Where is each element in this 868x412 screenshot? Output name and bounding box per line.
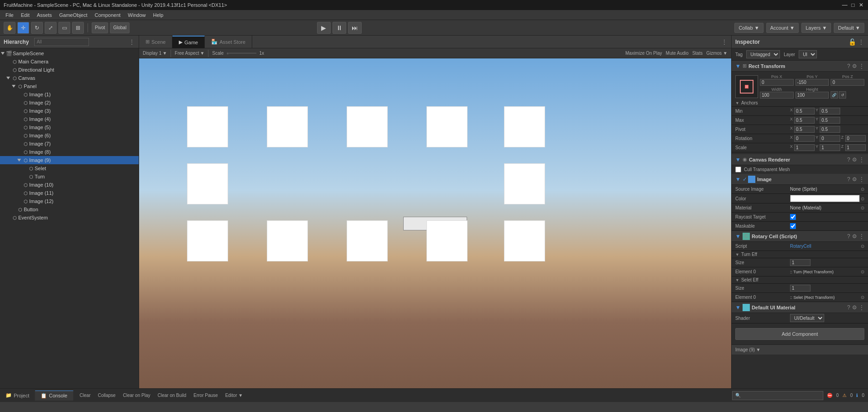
script-pick-icon[interactable]: ⊙ [861, 244, 864, 249]
layer-dropdown[interactable]: UI [799, 50, 817, 58]
anchors-min-x-input[interactable] [794, 108, 815, 115]
selet-eff-header[interactable]: ▼ Selet Eff [732, 276, 868, 284]
console-tab[interactable]: 📋 Console [35, 391, 73, 401]
material-pick-icon[interactable]: ⊙ [861, 205, 864, 210]
clear-on-play-button[interactable]: Clear on Play [120, 392, 153, 399]
menu-edit[interactable]: Edit [17, 11, 33, 19]
rot-z-input[interactable] [845, 135, 866, 142]
hierarchy-item-image7[interactable]: ⬡Image (7) [0, 140, 139, 148]
hierarchy-item-image6[interactable]: ⬡Image (6) [0, 131, 139, 140]
hierarchy-item-selet[interactable]: ⬡Selet [0, 164, 139, 172]
account-button[interactable]: Account ▼ [766, 23, 799, 33]
scene-tab-game[interactable]: ▶ Game [172, 36, 205, 48]
pivot-x-input[interactable] [794, 126, 815, 133]
hierarchy-item-image10[interactable]: ⬡Image (10) [0, 181, 139, 189]
image-overflow-icon[interactable]: ⋮ [859, 176, 864, 183]
image-settings-icon[interactable]: ⚙ [852, 176, 857, 183]
scale-y-input[interactable] [820, 144, 840, 151]
inspector-lock-icon[interactable]: 🔓 [848, 38, 856, 46]
add-component-button[interactable]: Add Component [735, 328, 864, 340]
height-input[interactable] [795, 92, 829, 99]
transform-tool-button[interactable]: ⊞ [72, 22, 84, 34]
anchors-max-x-input[interactable] [794, 117, 815, 124]
color-pick-icon[interactable]: ⊙ [861, 196, 864, 201]
hierarchy-item-image8[interactable]: ⬡Image (8) [0, 148, 139, 156]
tag-dropdown[interactable]: Untagged [746, 50, 780, 58]
rect-transform-settings-icon[interactable]: ⚙ [852, 63, 857, 69]
console-search-input[interactable] [732, 391, 823, 400]
collapse-button[interactable]: Collapse [95, 392, 119, 399]
hierarchy-item-event-system[interactable]: ⬡EventSystem [0, 214, 139, 222]
hierarchy-item-button[interactable]: ⬡Button [0, 205, 139, 214]
anchors-max-y-input[interactable] [820, 117, 840, 124]
stats-btn[interactable]: Stats [692, 51, 703, 56]
turn-element0-pick-icon[interactable]: ⊙ [861, 269, 864, 274]
selet-element0-pick-icon[interactable]: ⊙ [861, 295, 864, 300]
minimize-button[interactable]: — [842, 2, 848, 8]
anchors-header[interactable]: ▼ Anchors [732, 99, 868, 107]
canvas-renderer-header[interactable]: ▼ ◉ Canvas Renderer ? ⚙ ⋮ [732, 154, 868, 165]
hierarchy-item-image1[interactable]: ⬡Image (1) [0, 90, 139, 99]
scene-menu-icon[interactable]: ⋮ [721, 38, 728, 46]
hierarchy-item-image12[interactable]: ⬡Image (12) [0, 197, 139, 205]
anchors-min-y-input[interactable] [820, 108, 840, 115]
display-selector[interactable]: Display 1 ▼ [143, 51, 167, 56]
menu-help[interactable]: Help [149, 11, 167, 19]
global-button[interactable]: Global [110, 22, 130, 33]
default-button[interactable]: Default ▼ [834, 23, 864, 33]
reset-btn[interactable]: ↺ [839, 91, 846, 99]
color-swatch[interactable] [790, 195, 860, 202]
pause-button[interactable]: ⏸ [333, 22, 346, 34]
error-pause-button[interactable]: Error Pause [191, 392, 220, 399]
inspector-menu-icon[interactable]: ⋮ [858, 38, 864, 46]
hierarchy-item-image11[interactable]: ⬡Image (11) [0, 189, 139, 197]
hierarchy-item-panel[interactable]: ⬡Panel [0, 82, 139, 90]
rotary-cell-question-icon[interactable]: ? [847, 233, 850, 240]
move-tool-button[interactable]: ✛ [17, 22, 29, 34]
rotary-cell-overflow-icon[interactable]: ⋮ [859, 233, 864, 240]
hierarchy-item-turn[interactable]: ⬡Turn [0, 172, 139, 181]
default-ui-material-header[interactable]: ▼ Default UI Material ? ⚙ ⋮ [732, 302, 868, 313]
canvas-renderer-settings-icon[interactable]: ⚙ [852, 156, 857, 163]
selet-size-input[interactable] [790, 285, 811, 292]
image-component-header[interactable]: ▼ ✓ Image ? ⚙ ⋮ [732, 174, 868, 185]
constrain-btn[interactable]: 🔗 [831, 91, 838, 99]
layers-button[interactable]: Layers ▼ [801, 23, 831, 33]
raycast-checkbox[interactable] [790, 214, 796, 220]
width-input[interactable] [760, 92, 794, 99]
collab-button[interactable]: Collab ▼ [734, 23, 763, 33]
rotate-tool-button[interactable]: ↻ [31, 22, 43, 34]
gizmos-btn[interactable]: Gizmos ▼ [706, 51, 728, 56]
menu-assets[interactable]: Assets [33, 11, 56, 19]
cull-transparent-checkbox[interactable] [735, 167, 741, 172]
rotary-cell-header[interactable]: ▼ C Rotary Cell (Script) ? ⚙ ⋮ [732, 231, 868, 242]
hierarchy-item-main-camera[interactable]: ⬡Main Camera [0, 57, 139, 66]
menu-gameobject[interactable]: GameObject [56, 11, 91, 19]
shader-dropdown[interactable]: UI/Default [790, 314, 824, 322]
source-image-pick-icon[interactable]: ⊙ [861, 187, 864, 192]
mute-audio-btn[interactable]: Mute Audio [666, 51, 689, 56]
step-button[interactable]: ⏭ [348, 22, 362, 34]
rect-transform-overflow-icon[interactable]: ⋮ [859, 63, 864, 69]
hierarchy-item-image2[interactable]: ⬡Image (2) [0, 99, 139, 107]
hierarchy-item-canvas[interactable]: ⬡Canvas [0, 74, 139, 82]
rect-transform-question-icon[interactable]: ? [847, 63, 850, 69]
hierarchy-search-input[interactable] [34, 38, 89, 46]
default-ui-settings-icon[interactable]: ⚙ [852, 304, 857, 311]
canvas-renderer-overflow-icon[interactable]: ⋮ [859, 156, 864, 163]
rect-tool-button[interactable]: ▭ [58, 22, 70, 34]
rot-y-input[interactable] [820, 135, 840, 142]
scale-control[interactable]: Scale ●━━━━━━━━━━ 1x [212, 51, 264, 56]
editor-dropdown-button[interactable]: Editor ▼ [223, 392, 246, 399]
default-ui-overflow-icon[interactable]: ⋮ [859, 304, 864, 311]
play-button[interactable]: ▶ [317, 22, 331, 34]
image-question-icon[interactable]: ? [847, 176, 850, 183]
hierarchy-menu-icon[interactable]: ⋮ [129, 38, 135, 46]
default-ui-question-icon[interactable]: ? [847, 304, 850, 311]
close-button[interactable]: ✕ [858, 2, 864, 8]
clear-on-build-button[interactable]: Clear on Build [155, 392, 189, 399]
pos-z-input[interactable] [831, 79, 864, 86]
menu-window[interactable]: Window [124, 11, 149, 19]
hierarchy-item-image9[interactable]: ⬡Image (9) [0, 156, 139, 164]
hand-tool-button[interactable]: ✋ [4, 22, 16, 34]
